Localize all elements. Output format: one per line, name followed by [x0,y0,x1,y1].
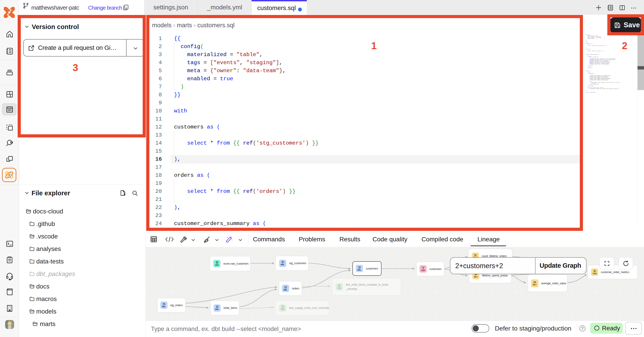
svg-text:'orders': 'orders' [598,50,601,51]
svg-text:from: from [588,86,590,86]
svg-text:orders: orders [590,65,593,66]
svg-text:customer_orders_summary: customer_orders_summary [586,54,596,55]
svg-text:orders: orders [586,49,589,50]
svg-text:customer_orders_summary.lifeti: customer_orders_summary.lifetime_spend, [590,79,608,80]
svg-text:from: from [588,65,590,66]
svg-text:lifetime_spend: lifetime_spend [602,64,609,65]
svg-text:(: ( [590,71,591,71]
svg-text:),: ), [586,69,587,70]
svg-text:): ) [587,39,587,40]
svg-text:on: on [590,88,590,89]
svg-text:},: }, [601,37,602,38]
svg-text:{{ ref(: {{ ref( [594,45,598,46]
svg-text:orders.customer_id,: orders.customer_id, [590,56,598,57]
svg-text:*: * [591,45,592,46]
svg-text:as: as [590,43,592,44]
svg-text:then: then [612,82,614,83]
svg-text:as: as [597,54,598,55]
svg-text:customer_type: customer_type [593,84,599,85]
svg-text:'returning': 'returning' [615,82,620,83]
svg-text:joined: joined [586,71,589,71]
svg-text:group by: group by [588,67,592,68]
svg-text:joined: joined [592,92,595,93]
svg-text:(: ( [590,49,591,50]
svg-text:): ) [586,90,586,91]
svg-text:(: ( [598,54,599,55]
svg-text:(orders.order_total): (orders.order_total) [591,64,600,65]
svg-text:select: select [588,45,590,46]
svg-text:),: ), [586,52,587,53]
svg-text:'stg_customers': 'stg_customers' [598,45,605,46]
svg-text:as: as [589,49,590,50]
svg-text:customers.customer_id = custom: customers.customer_id = customer_orders_… [591,88,619,89]
svg-text:as: as [589,71,590,71]
svg-text:customer_orders_summary.is_rep: customer_orders_summary.is_repeat_buyer [594,82,612,83]
svg-text:select: select [586,92,589,93]
svg-text:*: * [591,50,592,51]
svg-text:select: select [588,50,590,51]
svg-text:),: ), [586,47,587,48]
svg-text:with: with [586,42,588,43]
svg-text:end as: end as [590,84,592,85]
svg-text:customers: customers [590,86,594,86]
svg-text:from: from [592,50,594,51]
svg-text:) }}: ) }} [604,45,606,46]
svg-text:*: * [589,92,590,93]
svg-text:from: from [590,92,592,93]
svg-text:from: from [592,45,594,46]
svg-text:}}: }} [586,40,587,41]
svg-text:customers: customers [586,43,590,44]
svg-text:customers.*,: customers.*, [590,73,595,74]
svg-text:) }}: ) }} [601,50,603,51]
svg-text:1: 1 [592,67,592,68]
svg-text:as: as [601,64,602,65]
svg-text:true: true [592,38,594,39]
svg-text:(: ( [592,43,592,44]
svg-text:case: case [590,81,592,82]
svg-text:enabled =: enabled = [588,38,592,39]
svg-text:{{ ref(: {{ ref( [594,50,598,51]
